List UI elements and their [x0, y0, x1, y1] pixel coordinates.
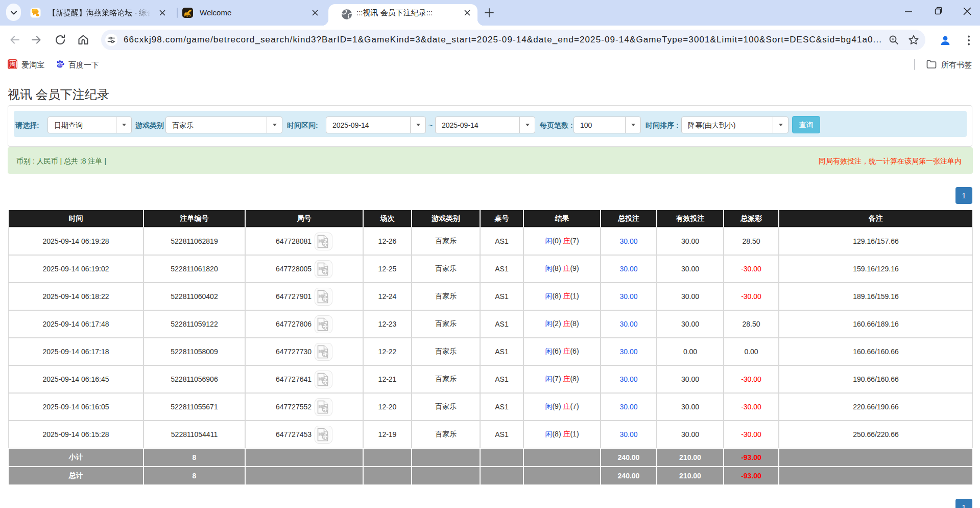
svg-text:du: du — [58, 63, 62, 67]
